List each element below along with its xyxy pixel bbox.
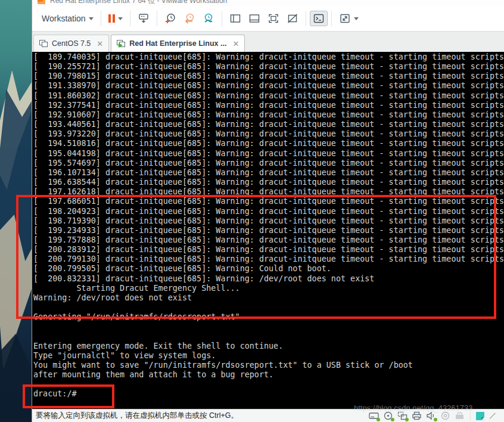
- hard-disk-icon[interactable]: [369, 411, 379, 420]
- message-note-icon[interactable]: [476, 412, 484, 420]
- window-title: Red Hat Enterprise Linux 7 64 位 - VMware…: [50, 0, 227, 6]
- pause-icon: [108, 14, 115, 23]
- take-snapshot-button[interactable]: [161, 10, 180, 27]
- device-extra-icon[interactable]: [455, 411, 465, 420]
- tab-label: CentOS 7.5: [52, 39, 91, 48]
- workstation-menu-button[interactable]: Workstation: [38, 11, 97, 26]
- fullscreen-icon: [339, 13, 351, 24]
- window-resize-grip[interactable]: [490, 413, 496, 419]
- console-view-button[interactable]: [310, 11, 328, 26]
- workstation-menu-label: Workstation: [42, 14, 86, 23]
- take-snapshot-icon: [164, 13, 176, 24]
- fullscreen-button[interactable]: [335, 10, 362, 27]
- tab-centos[interactable]: CentOS 7.5 ✕: [33, 35, 109, 52]
- toolbar-separator: [157, 11, 157, 26]
- toolbar-separator: [222, 11, 222, 26]
- snapshot-manager-button[interactable]: [199, 10, 218, 27]
- fit-guest-icon: [267, 13, 279, 24]
- device-status-icons: [369, 411, 502, 420]
- console-output: [ 189.740035] dracut-initqueue[685]: War…: [32, 52, 504, 399]
- revert-snapshot-icon: [183, 13, 195, 24]
- mountain-rock-shape: [0, 334, 32, 422]
- close-icon[interactable]: ✕: [232, 39, 239, 48]
- toolbar: Workstation: [32, 6, 504, 32]
- stretch-guest-button[interactable]: [283, 10, 302, 27]
- input-capture-hint: 要将输入定向到该虚拟机，请在虚拟机内部单击或按 Ctrl+G。: [35, 411, 238, 421]
- toolbar-separator: [130, 11, 130, 26]
- vmware-logo-icon: [38, 0, 45, 4]
- snapshot-manager-icon: [203, 13, 214, 24]
- tab-label: Red Hat Enterprise Linux ...: [129, 39, 226, 48]
- tab-rhel[interactable]: Red Hat Enterprise Linux ... ✕: [111, 35, 245, 52]
- chevron-down-icon: [354, 17, 359, 20]
- sound-icon[interactable]: [426, 411, 436, 420]
- status-bar: 要将输入定向到该虚拟机，请在虚拟机内部单击或按 Ctrl+G。: [32, 409, 504, 422]
- vm-console-screen[interactable]: [ 189.740035] dracut-initqueue[685]: War…: [32, 52, 504, 409]
- show-thumbnail-bar-icon: [248, 13, 260, 24]
- chevron-down-icon: [118, 17, 123, 20]
- usb-device-icon[interactable]: [440, 411, 450, 420]
- window-titlebar[interactable]: Red Hat Enterprise Linux 7 64 位 - VMware…: [32, 0, 504, 6]
- toolbar-separator: [331, 11, 332, 26]
- send-ctrl-alt-del-icon: [138, 13, 150, 24]
- revert-snapshot-button[interactable]: [180, 10, 199, 27]
- vm-console-running-icon: [117, 40, 126, 48]
- stretch-guest-icon: [287, 13, 298, 24]
- statusbar-separator: [470, 412, 471, 420]
- network-adapter-icon[interactable]: [397, 411, 407, 420]
- show-sidebar-icon: [229, 13, 241, 24]
- vmware-window: Red Hat Enterprise Linux 7 64 位 - VMware…: [32, 0, 504, 422]
- chevron-down-icon: [89, 17, 94, 20]
- toolbar-separator: [306, 11, 306, 26]
- printer-icon[interactable]: [412, 411, 422, 420]
- console-view-icon: [313, 13, 325, 24]
- close-icon[interactable]: ✕: [97, 39, 103, 48]
- pause-vm-button[interactable]: [105, 12, 126, 25]
- vm-tab-bar: CentOS 7.5 ✕ Red Hat Enterprise Linux ..…: [32, 32, 504, 52]
- fit-guest-button[interactable]: [264, 10, 283, 27]
- send-ctrl-alt-del-button[interactable]: [134, 10, 153, 27]
- show-thumbnail-bar-button[interactable]: [245, 10, 264, 27]
- cd-drive-icon[interactable]: [383, 411, 393, 420]
- vm-console-icon: [39, 40, 48, 48]
- toolbar-separator: [101, 11, 101, 26]
- show-sidebar-button[interactable]: [226, 10, 245, 27]
